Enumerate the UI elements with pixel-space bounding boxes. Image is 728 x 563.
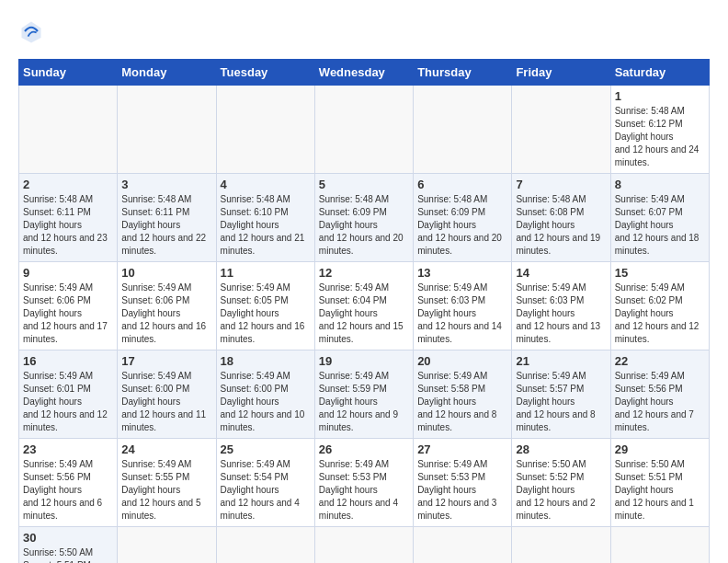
day-info: Sunrise: 5:49 AMSunset: 5:58 PMDaylight … — [417, 370, 507, 434]
day-cell: 7Sunrise: 5:48 AMSunset: 6:08 PMDaylight… — [512, 174, 610, 262]
calendar-body: 1Sunrise: 5:48 AMSunset: 6:12 PMDaylight… — [19, 86, 710, 564]
day-number: 7 — [516, 178, 606, 191]
day-info: Sunrise: 5:49 AMSunset: 5:56 PMDaylight … — [23, 458, 113, 523]
day-info: Sunrise: 5:48 AMSunset: 6:11 PMDaylight … — [23, 193, 113, 258]
day-cell: 27Sunrise: 5:49 AMSunset: 5:53 PMDayligh… — [414, 439, 512, 527]
day-cell: 16Sunrise: 5:49 AMSunset: 6:01 PMDayligh… — [19, 350, 118, 439]
day-info: Sunrise: 5:50 AMSunset: 5:51 PMDaylight … — [23, 546, 113, 563]
week-row-5: 30Sunrise: 5:50 AMSunset: 5:51 PMDayligh… — [19, 527, 710, 564]
day-info: Sunrise: 5:48 AMSunset: 6:12 PMDaylight … — [615, 105, 705, 169]
day-info: Sunrise: 5:49 AMSunset: 5:53 PMDaylight … — [417, 458, 507, 523]
day-number: 13 — [417, 266, 507, 280]
day-cell: 9Sunrise: 5:49 AMSunset: 6:06 PMDaylight… — [19, 262, 118, 350]
day-number: 11 — [221, 266, 311, 280]
day-cell: 21Sunrise: 5:49 AMSunset: 5:57 PMDayligh… — [512, 350, 610, 439]
day-info: Sunrise: 5:49 AMSunset: 5:55 PMDaylight … — [121, 458, 211, 523]
day-number: 30 — [23, 531, 113, 545]
day-cell: 11Sunrise: 5:49 AMSunset: 6:05 PMDayligh… — [216, 262, 314, 350]
day-cell — [610, 527, 709, 564]
day-cell — [414, 527, 512, 564]
day-cell — [118, 527, 216, 564]
day-cell — [414, 86, 512, 174]
day-cell: 2Sunrise: 5:48 AMSunset: 6:11 PMDaylight… — [19, 174, 118, 262]
day-cell — [216, 527, 314, 564]
header-row: SundayMondayTuesdayWednesdayThursdayFrid… — [19, 60, 710, 86]
day-number: 12 — [319, 266, 409, 280]
day-number: 6 — [417, 178, 507, 191]
day-number: 20 — [417, 354, 507, 368]
day-number: 17 — [121, 354, 211, 368]
day-cell — [512, 527, 610, 564]
day-cell: 13Sunrise: 5:49 AMSunset: 6:03 PMDayligh… — [414, 262, 512, 350]
day-cell: 25Sunrise: 5:49 AMSunset: 5:54 PMDayligh… — [216, 439, 314, 527]
day-number: 18 — [221, 354, 311, 368]
day-number: 14 — [516, 266, 606, 280]
day-cell: 19Sunrise: 5:49 AMSunset: 5:59 PMDayligh… — [314, 350, 413, 439]
day-cell: 14Sunrise: 5:49 AMSunset: 6:03 PMDayligh… — [512, 262, 610, 350]
day-cell: 12Sunrise: 5:49 AMSunset: 6:04 PMDayligh… — [314, 262, 413, 350]
day-cell: 6Sunrise: 5:48 AMSunset: 6:09 PMDaylight… — [414, 174, 512, 262]
day-number: 28 — [516, 442, 606, 456]
day-info: Sunrise: 5:49 AMSunset: 6:06 PMDaylight … — [23, 282, 113, 346]
day-info: Sunrise: 5:49 AMSunset: 5:53 PMDaylight … — [319, 458, 409, 523]
day-number: 16 — [23, 354, 113, 368]
day-info: Sunrise: 5:49 AMSunset: 6:00 PMDaylight … — [121, 370, 211, 434]
day-cell — [314, 86, 413, 174]
day-cell: 5Sunrise: 5:48 AMSunset: 6:09 PMDaylight… — [314, 174, 413, 262]
day-number: 23 — [23, 442, 113, 456]
day-info: Sunrise: 5:49 AMSunset: 6:03 PMDaylight … — [516, 282, 606, 346]
day-cell: 18Sunrise: 5:49 AMSunset: 6:00 PMDayligh… — [216, 350, 314, 439]
logo-icon — [18, 18, 44, 44]
week-row-0: 1Sunrise: 5:48 AMSunset: 6:12 PMDaylight… — [19, 86, 710, 174]
day-number: 22 — [615, 354, 705, 368]
day-cell: 29Sunrise: 5:50 AMSunset: 5:51 PMDayligh… — [610, 439, 709, 527]
day-cell: 22Sunrise: 5:49 AMSunset: 5:56 PMDayligh… — [610, 350, 709, 439]
day-number: 21 — [516, 354, 606, 368]
header-cell-saturday: Saturday — [610, 60, 709, 86]
day-cell — [512, 86, 610, 174]
day-cell: 28Sunrise: 5:50 AMSunset: 5:52 PMDayligh… — [512, 439, 610, 527]
day-cell: 15Sunrise: 5:49 AMSunset: 6:02 PMDayligh… — [610, 262, 709, 350]
day-cell — [118, 86, 216, 174]
day-info: Sunrise: 5:49 AMSunset: 6:00 PMDaylight … — [221, 370, 311, 434]
day-cell — [314, 527, 413, 564]
day-info: Sunrise: 5:49 AMSunset: 5:59 PMDaylight … — [319, 370, 409, 434]
day-info: Sunrise: 5:49 AMSunset: 5:57 PMDaylight … — [516, 370, 606, 434]
day-cell: 4Sunrise: 5:48 AMSunset: 6:10 PMDaylight… — [216, 174, 314, 262]
logo — [18, 18, 48, 44]
page-header — [18, 18, 710, 44]
day-number: 15 — [615, 266, 705, 280]
week-row-1: 2Sunrise: 5:48 AMSunset: 6:11 PMDaylight… — [19, 174, 710, 262]
day-number: 3 — [121, 178, 211, 191]
header-cell-monday: Monday — [118, 60, 216, 86]
day-cell: 8Sunrise: 5:49 AMSunset: 6:07 PMDaylight… — [610, 174, 709, 262]
day-cell: 30Sunrise: 5:50 AMSunset: 5:51 PMDayligh… — [19, 527, 118, 564]
day-info: Sunrise: 5:50 AMSunset: 5:52 PMDaylight … — [516, 458, 606, 523]
week-row-3: 16Sunrise: 5:49 AMSunset: 6:01 PMDayligh… — [19, 350, 710, 439]
calendar-table: SundayMondayTuesdayWednesdayThursdayFrid… — [18, 59, 710, 563]
day-cell: 23Sunrise: 5:49 AMSunset: 5:56 PMDayligh… — [19, 439, 118, 527]
header-cell-thursday: Thursday — [414, 60, 512, 86]
day-cell: 17Sunrise: 5:49 AMSunset: 6:00 PMDayligh… — [118, 350, 216, 439]
day-number: 27 — [417, 442, 507, 456]
day-info: Sunrise: 5:49 AMSunset: 6:02 PMDaylight … — [615, 282, 705, 346]
day-number: 1 — [615, 89, 705, 103]
day-info: Sunrise: 5:49 AMSunset: 6:06 PMDaylight … — [121, 282, 211, 346]
header-cell-wednesday: Wednesday — [314, 60, 413, 86]
week-row-4: 23Sunrise: 5:49 AMSunset: 5:56 PMDayligh… — [19, 439, 710, 527]
day-number: 4 — [221, 178, 311, 191]
day-number: 8 — [615, 178, 705, 191]
day-number: 19 — [319, 354, 409, 368]
day-info: Sunrise: 5:48 AMSunset: 6:10 PMDaylight … — [221, 193, 311, 258]
day-number: 9 — [23, 266, 113, 280]
day-cell: 20Sunrise: 5:49 AMSunset: 5:58 PMDayligh… — [414, 350, 512, 439]
day-info: Sunrise: 5:49 AMSunset: 6:03 PMDaylight … — [417, 282, 507, 346]
day-number: 25 — [221, 442, 311, 456]
day-cell: 24Sunrise: 5:49 AMSunset: 5:55 PMDayligh… — [118, 439, 216, 527]
day-info: Sunrise: 5:49 AMSunset: 6:01 PMDaylight … — [23, 370, 113, 434]
day-info: Sunrise: 5:49 AMSunset: 5:54 PMDaylight … — [221, 458, 311, 523]
day-info: Sunrise: 5:49 AMSunset: 6:04 PMDaylight … — [319, 282, 409, 346]
day-number: 5 — [319, 178, 409, 191]
day-info: Sunrise: 5:48 AMSunset: 6:11 PMDaylight … — [121, 193, 211, 258]
calendar-header: SundayMondayTuesdayWednesdayThursdayFrid… — [19, 60, 710, 86]
